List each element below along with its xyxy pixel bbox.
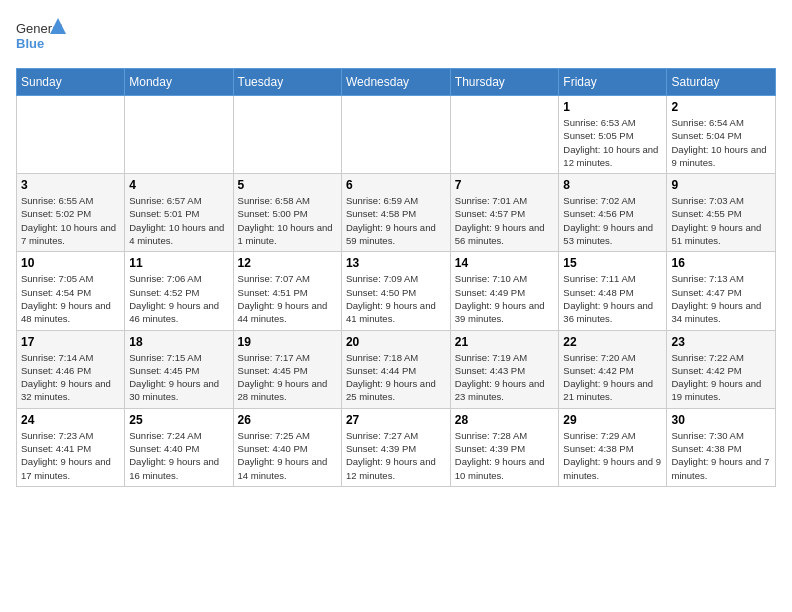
day-info: Sunrise: 7:05 AM Sunset: 4:54 PM Dayligh… [21,272,120,325]
day-number: 14 [455,256,555,270]
calendar-cell: 18Sunrise: 7:15 AM Sunset: 4:45 PM Dayli… [125,330,233,408]
calendar-cell [233,96,341,174]
calendar-cell: 7Sunrise: 7:01 AM Sunset: 4:57 PM Daylig… [450,174,559,252]
day-number: 19 [238,335,337,349]
day-number: 25 [129,413,228,427]
day-number: 4 [129,178,228,192]
day-info: Sunrise: 7:10 AM Sunset: 4:49 PM Dayligh… [455,272,555,325]
calendar-cell: 10Sunrise: 7:05 AM Sunset: 4:54 PM Dayli… [17,252,125,330]
day-info: Sunrise: 7:06 AM Sunset: 4:52 PM Dayligh… [129,272,228,325]
calendar-cell: 26Sunrise: 7:25 AM Sunset: 4:40 PM Dayli… [233,408,341,486]
day-info: Sunrise: 7:30 AM Sunset: 4:38 PM Dayligh… [671,429,771,482]
calendar-cell: 5Sunrise: 6:58 AM Sunset: 5:00 PM Daylig… [233,174,341,252]
calendar-cell: 14Sunrise: 7:10 AM Sunset: 4:49 PM Dayli… [450,252,559,330]
day-number: 22 [563,335,662,349]
calendar-cell: 1Sunrise: 6:53 AM Sunset: 5:05 PM Daylig… [559,96,667,174]
calendar-week-row: 17Sunrise: 7:14 AM Sunset: 4:46 PM Dayli… [17,330,776,408]
calendar-cell: 11Sunrise: 7:06 AM Sunset: 4:52 PM Dayli… [125,252,233,330]
day-info: Sunrise: 7:14 AM Sunset: 4:46 PM Dayligh… [21,351,120,404]
calendar-cell: 25Sunrise: 7:24 AM Sunset: 4:40 PM Dayli… [125,408,233,486]
calendar-cell: 16Sunrise: 7:13 AM Sunset: 4:47 PM Dayli… [667,252,776,330]
calendar-cell: 15Sunrise: 7:11 AM Sunset: 4:48 PM Dayli… [559,252,667,330]
day-number: 24 [21,413,120,427]
weekday-header-friday: Friday [559,69,667,96]
day-number: 20 [346,335,446,349]
calendar-cell [450,96,559,174]
day-info: Sunrise: 6:57 AM Sunset: 5:01 PM Dayligh… [129,194,228,247]
day-info: Sunrise: 7:28 AM Sunset: 4:39 PM Dayligh… [455,429,555,482]
weekday-header-monday: Monday [125,69,233,96]
day-number: 2 [671,100,771,114]
day-info: Sunrise: 7:13 AM Sunset: 4:47 PM Dayligh… [671,272,771,325]
calendar-cell: 12Sunrise: 7:07 AM Sunset: 4:51 PM Dayli… [233,252,341,330]
day-number: 26 [238,413,337,427]
day-number: 23 [671,335,771,349]
weekday-header-wednesday: Wednesday [341,69,450,96]
day-info: Sunrise: 7:29 AM Sunset: 4:38 PM Dayligh… [563,429,662,482]
day-number: 10 [21,256,120,270]
day-number: 6 [346,178,446,192]
calendar-cell [125,96,233,174]
day-info: Sunrise: 7:02 AM Sunset: 4:56 PM Dayligh… [563,194,662,247]
day-number: 3 [21,178,120,192]
calendar-cell: 20Sunrise: 7:18 AM Sunset: 4:44 PM Dayli… [341,330,450,408]
calendar-cell: 4Sunrise: 6:57 AM Sunset: 5:01 PM Daylig… [125,174,233,252]
day-info: Sunrise: 7:22 AM Sunset: 4:42 PM Dayligh… [671,351,771,404]
calendar-cell: 6Sunrise: 6:59 AM Sunset: 4:58 PM Daylig… [341,174,450,252]
day-info: Sunrise: 6:53 AM Sunset: 5:05 PM Dayligh… [563,116,662,169]
calendar-cell: 13Sunrise: 7:09 AM Sunset: 4:50 PM Dayli… [341,252,450,330]
day-info: Sunrise: 7:24 AM Sunset: 4:40 PM Dayligh… [129,429,228,482]
weekday-header-sunday: Sunday [17,69,125,96]
day-info: Sunrise: 7:03 AM Sunset: 4:55 PM Dayligh… [671,194,771,247]
svg-text:Blue: Blue [16,36,44,51]
day-number: 11 [129,256,228,270]
calendar-cell [17,96,125,174]
day-number: 17 [21,335,120,349]
calendar-cell: 17Sunrise: 7:14 AM Sunset: 4:46 PM Dayli… [17,330,125,408]
calendar-cell: 21Sunrise: 7:19 AM Sunset: 4:43 PM Dayli… [450,330,559,408]
calendar-cell: 23Sunrise: 7:22 AM Sunset: 4:42 PM Dayli… [667,330,776,408]
calendar-cell: 8Sunrise: 7:02 AM Sunset: 4:56 PM Daylig… [559,174,667,252]
day-number: 5 [238,178,337,192]
calendar-cell: 28Sunrise: 7:28 AM Sunset: 4:39 PM Dayli… [450,408,559,486]
calendar-cell: 24Sunrise: 7:23 AM Sunset: 4:41 PM Dayli… [17,408,125,486]
calendar-cell: 19Sunrise: 7:17 AM Sunset: 4:45 PM Dayli… [233,330,341,408]
day-info: Sunrise: 6:55 AM Sunset: 5:02 PM Dayligh… [21,194,120,247]
calendar-table: SundayMondayTuesdayWednesdayThursdayFrid… [16,68,776,487]
calendar-cell: 30Sunrise: 7:30 AM Sunset: 4:38 PM Dayli… [667,408,776,486]
day-number: 29 [563,413,662,427]
calendar-cell: 3Sunrise: 6:55 AM Sunset: 5:02 PM Daylig… [17,174,125,252]
day-number: 21 [455,335,555,349]
day-number: 30 [671,413,771,427]
day-number: 1 [563,100,662,114]
day-number: 27 [346,413,446,427]
day-info: Sunrise: 7:11 AM Sunset: 4:48 PM Dayligh… [563,272,662,325]
calendar-cell: 22Sunrise: 7:20 AM Sunset: 4:42 PM Dayli… [559,330,667,408]
weekday-header-tuesday: Tuesday [233,69,341,96]
day-info: Sunrise: 7:27 AM Sunset: 4:39 PM Dayligh… [346,429,446,482]
day-info: Sunrise: 7:23 AM Sunset: 4:41 PM Dayligh… [21,429,120,482]
calendar-cell: 2Sunrise: 6:54 AM Sunset: 5:04 PM Daylig… [667,96,776,174]
day-info: Sunrise: 7:20 AM Sunset: 4:42 PM Dayligh… [563,351,662,404]
day-info: Sunrise: 7:15 AM Sunset: 4:45 PM Dayligh… [129,351,228,404]
calendar-week-row: 1Sunrise: 6:53 AM Sunset: 5:05 PM Daylig… [17,96,776,174]
calendar-week-row: 10Sunrise: 7:05 AM Sunset: 4:54 PM Dayli… [17,252,776,330]
day-number: 16 [671,256,771,270]
day-info: Sunrise: 7:07 AM Sunset: 4:51 PM Dayligh… [238,272,337,325]
day-info: Sunrise: 7:18 AM Sunset: 4:44 PM Dayligh… [346,351,446,404]
calendar-cell: 27Sunrise: 7:27 AM Sunset: 4:39 PM Dayli… [341,408,450,486]
calendar-week-row: 24Sunrise: 7:23 AM Sunset: 4:41 PM Dayli… [17,408,776,486]
day-number: 8 [563,178,662,192]
weekday-header-thursday: Thursday [450,69,559,96]
day-number: 18 [129,335,228,349]
calendar-header-row: SundayMondayTuesdayWednesdayThursdayFrid… [17,69,776,96]
day-number: 15 [563,256,662,270]
day-info: Sunrise: 6:54 AM Sunset: 5:04 PM Dayligh… [671,116,771,169]
day-info: Sunrise: 6:59 AM Sunset: 4:58 PM Dayligh… [346,194,446,247]
day-number: 9 [671,178,771,192]
calendar-week-row: 3Sunrise: 6:55 AM Sunset: 5:02 PM Daylig… [17,174,776,252]
day-number: 12 [238,256,337,270]
day-info: Sunrise: 7:25 AM Sunset: 4:40 PM Dayligh… [238,429,337,482]
day-number: 13 [346,256,446,270]
day-info: Sunrise: 7:09 AM Sunset: 4:50 PM Dayligh… [346,272,446,325]
